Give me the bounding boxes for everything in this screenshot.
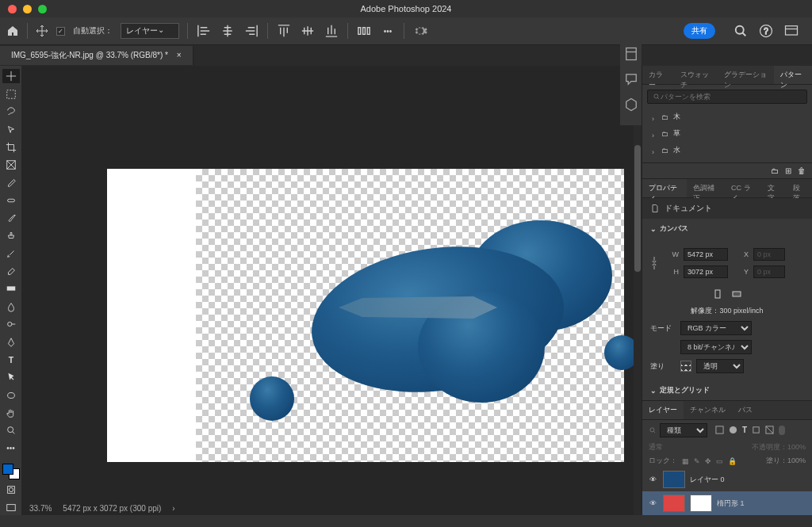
filter-smart-icon[interactable] [765,426,774,436]
fill-swatch[interactable] [680,361,691,372]
new-folder-icon[interactable]: 🗀 [771,166,779,175]
paragraph-tab[interactable]: 段落 [787,179,812,197]
status-caret-icon[interactable]: › [172,504,174,513]
link-icon[interactable] [650,254,658,272]
share-button[interactable]: 共有 [684,23,715,39]
gear-icon[interactable] [412,23,428,39]
height-input[interactable] [684,265,728,278]
align-center-h-icon[interactable] [220,23,236,39]
landscape-orient-icon[interactable] [731,288,742,301]
lock-position-icon[interactable]: ✥ [705,457,711,465]
filter-shape-icon[interactable] [752,426,760,436]
adjustments-tab[interactable]: 色調補正 [687,179,725,197]
eraser-tool[interactable] [2,264,20,278]
comments-panel-icon[interactable] [623,71,639,87]
filter-toggle-icon[interactable] [779,426,785,435]
fill-select[interactable]: 透明 [696,359,744,373]
properties-tab[interactable]: プロパティ [642,179,687,197]
color-swatch[interactable] [2,464,20,479]
quick-mask-icon[interactable] [2,483,20,497]
lock-artboard-icon[interactable]: ▭ [716,457,723,465]
ruler-grid-section-header[interactable]: ⌄定規とグリッド [642,380,812,400]
marquee-tool[interactable] [2,86,20,101]
zoom-value[interactable]: 33.7% [29,504,52,513]
quick-select-tool[interactable] [2,122,20,136]
auto-select-checkbox[interactable] [56,27,65,36]
eyedropper-tool[interactable] [2,175,20,189]
pattern-folder[interactable]: ›🗀水 [642,142,812,158]
align-left-icon[interactable] [196,23,212,39]
foreground-color[interactable] [2,464,13,475]
align-bottom-icon[interactable] [324,23,339,39]
type-tool[interactable]: T [2,353,20,367]
search-icon[interactable] [733,23,749,39]
libraries-panel-icon[interactable] [623,97,639,113]
vertical-scrollbar[interactable] [634,66,642,515]
lock-transparency-icon[interactable]: ▦ [682,457,689,465]
lock-all-icon[interactable]: 🔒 [728,457,737,465]
canvas-area[interactable]: 33.7% 5472 px x 3072 px (300 ppi) › [21,66,642,515]
layer-filter-select[interactable]: 種類 [660,423,707,437]
brush-tool[interactable] [2,211,20,225]
screen-mode-icon[interactable] [2,500,20,514]
trash-icon[interactable]: 🗑 [798,166,806,175]
move-tool-icon[interactable] [36,25,48,37]
layer-mask-thumbnail[interactable] [690,495,712,512]
dodge-tool[interactable] [2,317,20,331]
bit-depth-select[interactable]: 8 bit/チャンネル [680,340,752,354]
path-select-tool[interactable] [2,370,20,384]
workspace-icon[interactable] [783,23,799,39]
filter-pixel-icon[interactable] [715,426,724,436]
blur-tool[interactable] [2,300,20,314]
layer-thumbnail[interactable] [663,471,685,488]
color-mode-select[interactable]: RGB カラー [680,321,752,335]
shape-tool[interactable] [2,388,20,402]
pattern-search[interactable] [647,90,807,104]
canvas-section-header[interactable]: ⌄カンバス [642,219,812,239]
layer-visibility-icon[interactable]: 👁 [647,475,658,483]
layers-tab[interactable]: レイヤー [642,401,684,419]
layer-thumbnail[interactable] [663,495,685,512]
doc-tab[interactable]: IMG_6595-強化-NR.jpg @ 33.7% (RGB/8*) * × [0,46,193,65]
align-middle-icon[interactable] [300,23,316,39]
maximize-window-button[interactable] [38,5,47,13]
layer-name[interactable]: レイヤー 0 [690,475,725,485]
healing-brush-tool[interactable] [2,193,20,208]
color-tab[interactable]: カラー [642,66,674,84]
filter-type-icon[interactable]: T [742,426,747,436]
clone-stamp-tool[interactable] [2,228,20,242]
pattern-folder[interactable]: ›🗀木 [642,109,812,125]
edit-toolbar-icon[interactable]: ••• [2,441,20,456]
crop-tool[interactable] [2,139,20,154]
filter-adjust-icon[interactable] [729,426,737,436]
layer-row[interactable]: 👁 レイヤー 0 [642,468,812,491]
paths-tab[interactable]: パス [732,401,759,419]
canvas[interactable] [107,169,624,462]
new-item-icon[interactable]: ⊞ [785,166,791,175]
gradients-tab[interactable]: グラデーション [718,66,774,84]
auto-select-target[interactable]: レイヤー ⌄ [121,23,179,39]
home-icon[interactable] [6,25,19,37]
doc-tab-close-icon[interactable]: × [177,51,182,59]
character-tab[interactable]: 文字 [761,179,787,197]
lock-paint-icon[interactable]: ✎ [694,457,700,465]
hand-tool[interactable] [2,406,20,420]
gradient-tool[interactable] [2,281,20,296]
panel-icon-1[interactable] [623,46,639,62]
layer-name[interactable]: 楕円形 1 [717,498,745,509]
swatches-tab[interactable]: スウォッチ [674,66,718,84]
frame-tool[interactable] [2,158,20,172]
pattern-folder[interactable]: ›🗀草 [642,125,812,142]
patterns-tab[interactable]: パターン [774,66,812,84]
align-top-icon[interactable] [276,23,292,39]
close-window-button[interactable] [8,5,17,13]
channels-tab[interactable]: チャンネル [684,401,732,419]
width-input[interactable] [684,248,728,261]
portrait-orient-icon[interactable] [712,288,723,301]
pattern-search-input[interactable] [661,93,802,101]
pen-tool[interactable] [2,334,20,349]
cclib-tab[interactable]: CC ライ [725,179,761,197]
help-icon[interactable]: ? [758,23,774,39]
blend-mode-select[interactable]: 通常 [649,442,663,453]
minimize-window-button[interactable] [23,5,32,13]
